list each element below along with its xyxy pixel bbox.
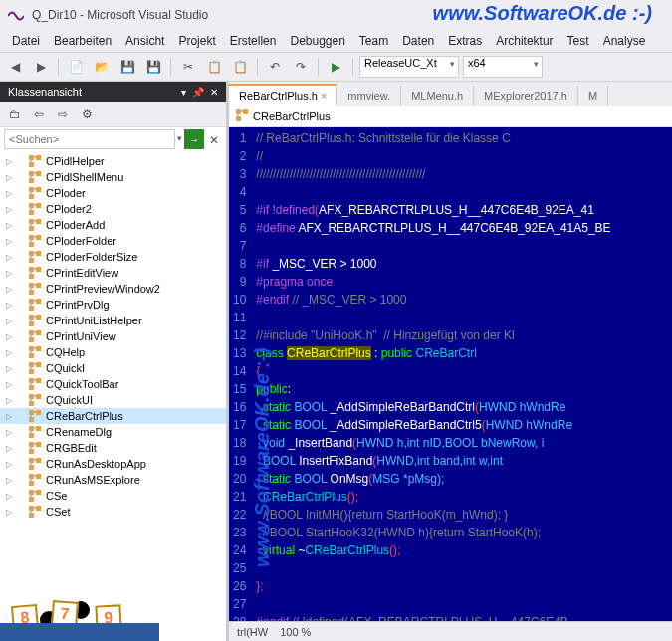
- config-combo[interactable]: ReleaseUC_Xt: [359, 56, 459, 78]
- redo-button[interactable]: ↷: [290, 56, 312, 78]
- svg-rect-55: [29, 330, 34, 335]
- code-editor[interactable]: 1234567891011121314151617181920212223242…: [229, 127, 672, 621]
- menu-analyse[interactable]: Analyse: [597, 32, 652, 50]
- save-button[interactable]: 💾: [116, 56, 138, 78]
- expand-icon[interactable]: ▷: [6, 237, 12, 246]
- svg-rect-0: [29, 155, 34, 160]
- search-clear-icon[interactable]: ✕: [206, 129, 222, 151]
- expand-icon[interactable]: ▷: [6, 173, 12, 182]
- menu-team[interactable]: Team: [353, 32, 394, 50]
- copy-button[interactable]: 📋: [203, 56, 225, 78]
- tree-item-CRunAsDesktopApp[interactable]: ▷CRunAsDesktopApp: [0, 456, 226, 472]
- expand-icon[interactable]: ▷: [6, 364, 12, 373]
- tree-item-CQuickUI[interactable]: ▷CQuickUI: [0, 392, 226, 408]
- svg-rect-102: [29, 481, 34, 486]
- expand-icon[interactable]: ▷: [6, 492, 12, 501]
- expand-icon[interactable]: ▷: [6, 412, 12, 421]
- tab-ReBarCtrlPlus.h[interactable]: ReBarCtrlPlus.h: [229, 84, 337, 106]
- expand-icon[interactable]: ▷: [6, 476, 12, 485]
- tree-item-CSe[interactable]: ▷CSe: [0, 488, 226, 504]
- nav-back-button[interactable]: ◀: [4, 56, 26, 78]
- search-go-button[interactable]: →: [184, 129, 204, 149]
- tree-item-CPloderAdd[interactable]: ▷CPloderAdd: [0, 217, 226, 233]
- tree-item-CQuickI[interactable]: ▷CQuickI: [0, 360, 226, 376]
- panel-fwd-icon[interactable]: ⇨: [52, 104, 74, 125]
- open-button[interactable]: 📂: [91, 56, 112, 78]
- tree-item-CPrintUniView[interactable]: ▷CPrintUniView: [0, 328, 226, 344]
- tree-item-CPloder2[interactable]: ▷CPloder2: [0, 201, 226, 217]
- expand-icon[interactable]: ▷: [6, 332, 12, 341]
- expand-icon[interactable]: ▷: [6, 285, 12, 294]
- tree-item-CPrintPrvDlg[interactable]: ▷CPrintPrvDlg: [0, 297, 226, 313]
- menu-datei[interactable]: Datei: [6, 32, 46, 50]
- tree-item-CQHelp[interactable]: ▷CQHelp: [0, 344, 226, 360]
- menu-bearbeiten[interactable]: Bearbeiten: [48, 32, 117, 50]
- nav-fwd-button[interactable]: ▶: [30, 56, 52, 78]
- tab-MLMenu.h[interactable]: MLMenu.h: [401, 86, 474, 106]
- menu-architektur[interactable]: Architektur: [490, 32, 559, 50]
- tree-item-CPloderFolder[interactable]: ▷CPloderFolder: [0, 233, 226, 249]
- expand-icon[interactable]: ▷: [6, 348, 12, 357]
- panel-new-folder-icon[interactable]: 🗀: [4, 104, 26, 125]
- expand-icon[interactable]: ▷: [6, 380, 12, 389]
- undo-button[interactable]: ↶: [264, 56, 286, 78]
- expand-icon[interactable]: ▷: [6, 444, 12, 453]
- menu-test[interactable]: Test: [561, 32, 595, 50]
- expand-icon[interactable]: ▷: [6, 157, 12, 166]
- class-nav-combo[interactable]: CReBarCtrlPlus: [235, 108, 331, 124]
- panel-dropdown-icon[interactable]: ▾: [181, 87, 186, 98]
- nav-bar: CReBarCtrlPlus: [229, 106, 672, 127]
- save-all-button[interactable]: 💾: [142, 56, 164, 78]
- tree-item-CRunAsMSExplore[interactable]: ▷CRunAsMSExplore: [0, 472, 226, 488]
- tree-item-CPrintUniListHelper[interactable]: ▷CPrintUniListHelper: [0, 313, 226, 328]
- class-label: CPrintPreviewWindow2: [46, 283, 160, 295]
- tree-item-CPidlShellMenu[interactable]: ▷CPidlShellMenu: [0, 169, 226, 185]
- menu-projekt[interactable]: Projekt: [172, 32, 221, 50]
- tab-M[interactable]: M: [578, 86, 608, 106]
- tab-mmview.[interactable]: mmview.: [337, 86, 401, 106]
- expand-icon[interactable]: ▷: [6, 508, 12, 517]
- menu-daten[interactable]: Daten: [396, 32, 440, 50]
- panel-close-icon[interactable]: ✕: [210, 87, 218, 98]
- svg-rect-101: [36, 474, 41, 479]
- tree-item-CRGBEdit[interactable]: ▷CRGBEdit: [0, 440, 226, 456]
- panel-back-icon[interactable]: ⇦: [28, 104, 50, 125]
- tab-MExplorer2017.h[interactable]: MExplorer2017.h: [474, 86, 578, 106]
- menu-debuggen[interactable]: Debuggen: [284, 32, 350, 50]
- expand-icon[interactable]: ▷: [6, 301, 12, 310]
- search-input[interactable]: [4, 129, 175, 149]
- expand-icon[interactable]: ▷: [6, 221, 12, 230]
- platform-combo[interactable]: x64: [463, 56, 543, 78]
- new-project-button[interactable]: 📄: [65, 56, 87, 78]
- search-dropdown-icon[interactable]: ▾: [177, 129, 182, 149]
- tree-item-CQuickToolBar[interactable]: ▷CQuickToolBar: [0, 376, 226, 392]
- panel-settings-icon[interactable]: ⚙: [76, 104, 98, 125]
- tree-item-CPidlHelper[interactable]: ▷CPidlHelper: [0, 153, 226, 169]
- panel-pin-icon[interactable]: 📌: [192, 87, 204, 98]
- expand-icon[interactable]: ▷: [6, 253, 12, 262]
- decor-figures: 8 7 9: [0, 551, 179, 641]
- tree-item-CRenameDlg[interactable]: ▷CRenameDlg: [0, 424, 226, 440]
- paste-button[interactable]: 📋: [229, 56, 251, 78]
- code-body[interactable]: // ReBarCtrlPlus.h: Schnittstelle für di…: [252, 127, 672, 621]
- tree-item-CPloderFolderSize[interactable]: ▷CPloderFolderSize: [0, 249, 226, 265]
- menu-erstellen[interactable]: Erstellen: [224, 32, 283, 50]
- expand-icon[interactable]: ▷: [6, 460, 12, 469]
- menu-extras[interactable]: Extras: [442, 32, 488, 50]
- expand-icon[interactable]: ▷: [6, 269, 12, 278]
- tree-item-CSet[interactable]: ▷CSet: [0, 504, 226, 520]
- svg-rect-77: [29, 401, 34, 406]
- expand-icon[interactable]: ▷: [6, 428, 12, 437]
- start-button[interactable]: ▶: [325, 56, 346, 78]
- tree-item-CPrintEditView[interactable]: ▷CPrintEditView: [0, 265, 226, 281]
- tree-item-CPloder[interactable]: ▷CPloder: [0, 185, 226, 201]
- tree-item-CPrintPreviewWindow2[interactable]: ▷CPrintPreviewWindow2: [0, 281, 226, 297]
- menu-ansicht[interactable]: Ansicht: [119, 32, 170, 50]
- tree-item-CReBarCtrlPlus[interactable]: ▷CReBarCtrlPlus: [0, 408, 226, 424]
- expand-icon[interactable]: ▷: [6, 189, 12, 198]
- cut-button[interactable]: ✂: [177, 56, 199, 78]
- expand-icon[interactable]: ▷: [6, 317, 12, 325]
- expand-icon[interactable]: ▷: [6, 396, 12, 405]
- expand-icon[interactable]: ▷: [6, 205, 12, 214]
- class-label: CPloderAdd: [46, 219, 105, 231]
